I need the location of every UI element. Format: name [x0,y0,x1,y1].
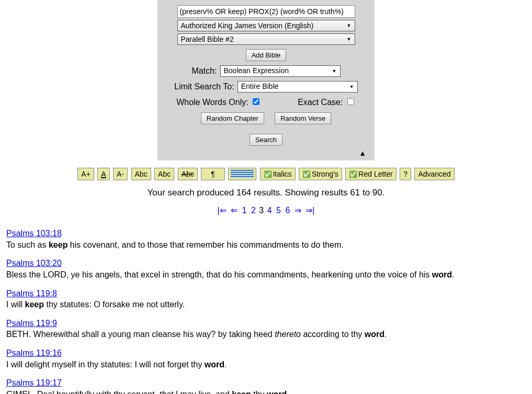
red-letter-toggle[interactable]: Red Letter [345,168,396,180]
add-bible-button[interactable]: Add Bible [246,49,287,61]
svg-rect-1 [231,172,254,173]
pager: |⇐ ⇐ 1 2 3 4 5 6 ⇒ ⇒| [6,205,526,215]
random-chapter-button[interactable]: Random Chapter [201,112,264,124]
verse-item: Psalms 119:17GIMEL. Deal bountifully wit… [6,377,526,394]
paragraph-button[interactable]: ¶ [201,168,225,180]
verse-reference-link[interactable]: Psalms 119:9 [6,319,57,328]
verse-reference-link[interactable]: Psalms 119:8 [6,289,57,298]
pager-page-link[interactable]: 1 [242,206,247,215]
italics-toggle[interactable]: Italics [260,168,296,180]
highlight-lines-button[interactable] [228,168,256,180]
whole-words-label: Whole Words Only: [176,98,248,107]
pager-prev[interactable]: ⇐ [231,206,237,215]
pager-page-link[interactable]: 5 [276,206,281,215]
strongs-toggle[interactable]: Strong's [299,168,342,180]
limit-label: Limit Search To: [174,82,234,91]
advanced-button[interactable]: Advanced [414,168,454,180]
abc-button-1[interactable]: Abc [131,168,151,180]
pager-pages: 1 2 3 4 5 6 [241,206,293,215]
limit-select[interactable]: Entire Bible [237,81,358,92]
verse-text: Bless the LORD, ye his angels, that exce… [6,269,526,281]
pager-page-link[interactable]: 4 [267,206,272,215]
svg-rect-3 [231,176,254,177]
exact-case-label: Exact Case: [298,98,343,107]
pager-first[interactable]: |⇐ [218,206,227,215]
pager-next[interactable]: ⇒ [295,206,301,215]
results-summary: Your search produced 164 results. Showin… [6,188,526,198]
search-panel: Authorized King James Version (English) … [157,0,375,160]
verse-text: BETH. Wherewithal shall a young man clea… [6,329,526,340]
verse-item: Psalms 103:20Bless the LORD, ye his ange… [6,258,526,280]
verse-text: I will keep thy statutes: O forsake me n… [6,299,526,310]
verse-list: Psalms 103:18To such as keep his covenan… [6,228,526,394]
verse-text: GIMEL. Deal bountifully with thy servant… [6,389,526,394]
abc-button-2[interactable]: Abc [154,168,174,180]
random-verse-button[interactable]: Random Verse [275,112,331,124]
verse-reference-link[interactable]: Psalms 119:17 [6,378,62,387]
lines-icon [231,169,254,179]
match-select[interactable]: Boolean Expression [220,65,341,77]
verse-text: To such as keep his covenant, and to tho… [6,239,526,251]
bible-select-1[interactable]: Authorized King James Version (English) [177,20,355,31]
verse-text: I will delight myself in thy statutes: I… [6,359,526,370]
bible-select-2[interactable]: Paralell Bible #2 [177,33,355,45]
verse-item: Psalms 119:8I will keep thy statutes: O … [6,288,526,310]
verse-reference-link[interactable]: Psalms 103:20 [6,259,62,268]
search-button[interactable]: Search [250,134,282,146]
whole-words-checkbox[interactable] [253,98,259,105]
verse-reference-link[interactable]: Psalms 119:16 [6,349,62,357]
font-decrease-button[interactable]: A- [113,168,128,180]
verse-reference-link[interactable]: Psalms 103:18 [6,229,62,238]
svg-rect-2 [231,174,254,175]
match-label: Match: [191,66,217,76]
pager-page-current: 3 [259,206,264,215]
verse-item: Psalms 119:9BETH. Wherewithal shall a yo… [6,318,526,340]
collapse-panel-icon[interactable]: ▲ [359,149,366,157]
font-increase-button[interactable]: A+ [77,168,94,180]
pager-last[interactable]: ⇒| [305,206,314,215]
svg-rect-0 [231,170,254,171]
verse-item: Psalms 119:16I will delight myself in th… [6,347,526,370]
pager-page-link[interactable]: 2 [251,206,256,215]
font-serif-button[interactable]: A [97,168,109,180]
pager-page-link[interactable]: 6 [285,206,290,215]
abc-button-3[interactable]: Abc [178,168,198,180]
exact-case-checkbox[interactable] [347,98,354,105]
search-query-input[interactable] [177,5,355,18]
verse-item: Psalms 103:18To such as keep his covenan… [6,228,526,250]
help-button[interactable]: ? [400,168,411,180]
toolbar: A+ A A- Abc Abc Abc ¶ Italics Strong's R… [6,168,526,180]
